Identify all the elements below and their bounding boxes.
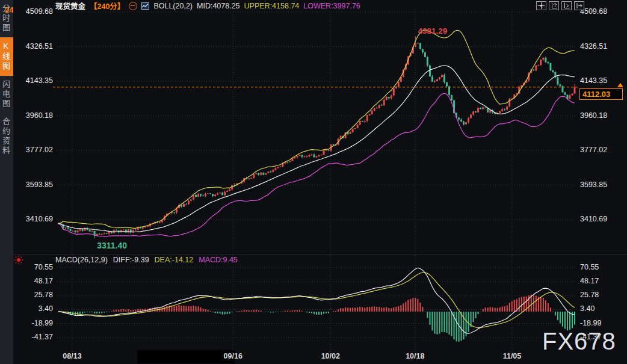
kline-mini-icon[interactable] [141,2,149,10]
boll-lower-value: LOWER:3997.76 [303,2,360,10]
macd-macd-value: MACD:9.45 [199,256,238,264]
indicator-toolbar: 现货黄金 【240分】 BOLL(20,2) MID:4078.25 UPPER… [55,1,360,11]
period-label[interactable]: 【240分】 [90,0,125,11]
live-dot-icon [14,255,23,265]
scrollbar-thumb[interactable] [137,350,235,363]
boll-upper-value: UPPER:4158.74 [244,2,300,10]
axis-right-icon[interactable] [561,1,572,10]
chart-canvas[interactable] [0,0,627,364]
symbol-name: 现货黄金 [55,0,85,11]
trading-app-window: 分时图K线图闪电图合约资料 现货黄金 【240分】 BOLL(20,2) MID… [0,0,627,364]
axis-up-icon[interactable] [549,1,559,10]
macd-dea-value: DEA:-14.12 [155,256,194,264]
macd-header: MACD(26,12,9) DIFF:-9.39 DEA:-14.12 MACD… [55,256,238,264]
collapse-indicator-icon[interactable] [129,2,137,10]
boll-mid-value: MID:4078.25 [197,2,240,10]
price-flag-icon [617,83,623,87]
exit-right-icon[interactable] [574,1,584,10]
crosshair-icon[interactable] [536,1,546,10]
boll-label[interactable]: BOLL(20,2) [153,2,193,10]
macd-diff-value: DIFF:-9.39 [113,256,149,264]
last-price-tag: 4112.03 [579,88,623,100]
macd-name[interactable]: MACD(26,12,9) [55,256,108,264]
chart-tools [536,1,584,10]
